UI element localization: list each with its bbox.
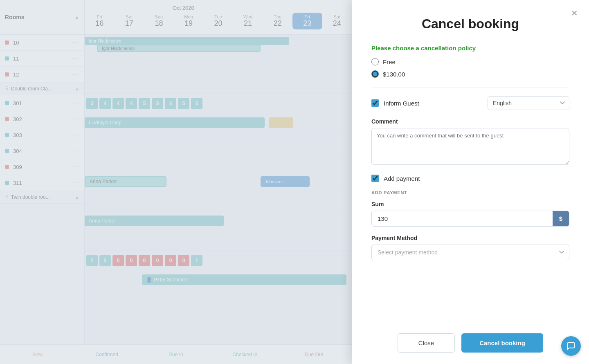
modal-title: Cancel booking: [371, 16, 569, 31]
inform-guest-label: Inform Guest: [384, 100, 483, 107]
cancellation-policy-group: Free $130.00: [371, 58, 569, 78]
modal-footer: Close Cancel booking: [352, 325, 589, 364]
add-payment-label: Add payment: [384, 175, 420, 182]
chat-icon: [567, 342, 576, 351]
chat-button[interactable]: [561, 336, 581, 356]
add-payment-section-title: ADD PAYMENT: [371, 190, 569, 195]
comment-label: Comment: [371, 118, 569, 125]
payment-method-label: Payment Method: [371, 235, 569, 241]
policy-radio-free[interactable]: [371, 58, 379, 65]
policy-label: Please choose a cancellation policy: [371, 45, 569, 52]
inform-guest-checkbox[interactable]: [371, 99, 379, 107]
close-button[interactable]: Close: [398, 333, 455, 353]
sum-input-wrapper: $: [371, 211, 569, 227]
comment-textarea[interactable]: [371, 128, 569, 165]
add-payment-row: Add payment: [371, 175, 569, 182]
add-payment-checkbox[interactable]: [371, 175, 379, 182]
policy-130-label: $130.00: [383, 71, 405, 78]
divider-1: [371, 88, 569, 88]
cancel-booking-button[interactable]: Cancel booking: [461, 333, 543, 353]
policy-option-free[interactable]: Free: [371, 58, 569, 65]
payment-method-select[interactable]: Select payment method Cash Credit Card B…: [371, 245, 569, 260]
sum-input[interactable]: [372, 211, 553, 226]
modal-close-button[interactable]: ✕: [568, 7, 581, 20]
cancel-booking-modal: ✕ Cancel booking Please choose a cancell…: [352, 0, 589, 364]
policy-radio-130[interactable]: [371, 70, 379, 78]
policy-option-130[interactable]: $130.00: [371, 70, 569, 78]
add-payment-section: ADD PAYMENT Sum $ Payment Method Select …: [371, 190, 569, 260]
sum-currency: $: [553, 211, 569, 226]
inform-guest-row: Inform Guest English Spanish French Germ…: [371, 96, 569, 110]
language-select[interactable]: English Spanish French German: [488, 96, 569, 110]
sum-label: Sum: [371, 201, 569, 207]
policy-free-label: Free: [383, 58, 396, 65]
modal-body: Cancel booking Please choose a cancellat…: [352, 0, 589, 325]
